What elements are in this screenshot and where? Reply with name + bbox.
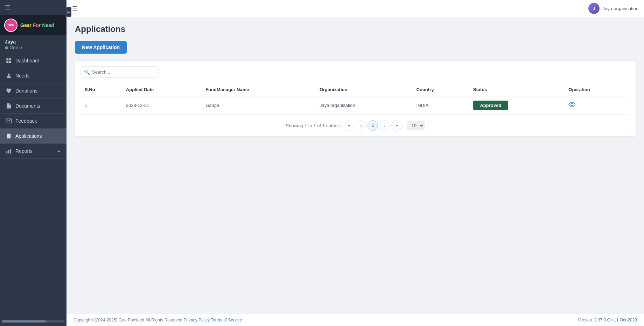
col-organization: Organization — [315, 83, 412, 96]
svg-rect-1 — [9, 58, 11, 60]
sidebar-item-label: Feedback — [15, 118, 37, 124]
sidebar-item-dashboard[interactable]: Dashboard — [0, 53, 66, 68]
footer: Copyright©(2024-2025) GearForNeed.All Ri… — [66, 314, 644, 326]
cell-applied-date: 2023-12-21 — [122, 96, 201, 115]
pagination-prev[interactable]: ‹ — [356, 120, 366, 131]
svg-rect-11 — [10, 149, 11, 154]
content-area: Applications New Application 🔍 S.No Appl… — [66, 17, 644, 314]
sidebar-item-documents[interactable]: Documents — [0, 99, 66, 114]
sidebar-item-reports[interactable]: Reports ► — [0, 144, 66, 159]
table-header: S.No Applied Date FundManager Name Organ… — [80, 83, 630, 96]
sidebar-item-label: Documents — [15, 103, 40, 109]
svg-rect-2 — [6, 61, 8, 63]
sidebar-header: GFN Gear For Need — [0, 15, 66, 35]
sidebar-item-label: Applications — [15, 133, 42, 139]
sidebar-scrollbar[interactable] — [2, 320, 65, 322]
mail-icon — [6, 118, 12, 124]
table-row: 1 2023-12-21 Ganga Jaya organization IND… — [80, 96, 630, 115]
file-icon — [6, 103, 12, 109]
sidebar-item-donations[interactable]: Donations — [0, 83, 66, 99]
col-fund-manager: FundManager Name — [201, 83, 315, 96]
per-page-select[interactable]: 10 25 50 — [407, 121, 425, 130]
bar-chart-icon — [6, 148, 12, 154]
pagination-info: Showing 1 to 1 of 1 entries — [286, 123, 340, 128]
svg-point-4 — [8, 74, 10, 76]
sidebar-item-label: Donations — [15, 88, 37, 94]
pagination-last[interactable]: » — [391, 120, 402, 131]
status-label: Online — [10, 45, 22, 50]
privacy-policy-link[interactable]: Privacy Policy — [183, 318, 210, 322]
pagination-row: Showing 1 to 1 of 1 entries « ‹ 1 › » 10… — [80, 120, 630, 131]
version-text: Version :2.37.0 On 11 Oct-2023 — [578, 318, 637, 322]
view-icon[interactable] — [568, 102, 575, 109]
status-badge: Approved — [473, 101, 508, 110]
col-sno: S.No — [80, 83, 122, 96]
main-content: ☰ J Jaya-organisation Applications New A… — [66, 0, 644, 326]
topbar-hamburger[interactable]: ☰ — [72, 5, 78, 12]
svg-rect-3 — [9, 61, 11, 63]
col-status: Status — [469, 83, 564, 96]
user-section: Jaya Online — [0, 35, 66, 53]
user-status: Online — [5, 45, 62, 50]
topbar-right: J Jaya-organisation — [588, 3, 638, 14]
svg-rect-0 — [6, 58, 8, 60]
user-name: Jaya — [5, 39, 62, 45]
sidebar-scrollbar-thumb — [2, 320, 46, 322]
table-card: 🔍 S.No Applied Date FundManager Name Org… — [75, 61, 636, 136]
cell-sno: 1 — [80, 96, 122, 115]
new-application-button[interactable]: New Application — [75, 41, 127, 54]
svg-rect-10 — [8, 150, 9, 154]
svg-rect-6 — [7, 134, 11, 138]
search-wrapper: 🔍 — [80, 66, 158, 78]
sidebar-item-applications[interactable]: Applications — [0, 129, 66, 144]
pagination-page-1[interactable]: 1 — [368, 120, 378, 131]
svg-rect-9 — [6, 151, 7, 154]
sidebar-item-label: Dashboard — [15, 58, 40, 63]
logo-icon: GFN — [4, 19, 18, 32]
avatar: J — [588, 3, 600, 14]
cell-organization: Jaya organization — [315, 96, 412, 115]
applications-table: S.No Applied Date FundManager Name Organ… — [80, 83, 630, 115]
expand-icon: ► — [57, 149, 61, 153]
sidebar-resize-handle[interactable]: ▶ — [66, 7, 71, 17]
svg-point-12 — [571, 103, 573, 106]
cell-country: INDIA — [412, 96, 469, 115]
sidebar-item-label: Reports — [15, 148, 33, 154]
cell-status: Approved — [469, 96, 564, 115]
pagination-next[interactable]: › — [379, 120, 390, 131]
col-country: Country — [412, 83, 469, 96]
cell-operation — [564, 96, 630, 115]
grid-icon — [6, 57, 12, 64]
topbar: ☰ J Jaya-organisation — [66, 0, 644, 17]
user-icon — [6, 73, 12, 79]
footer-copyright: Copyright©(2024-2025) GearForNeed.All Ri… — [74, 318, 242, 322]
logo-text: Gear For Need — [20, 22, 54, 28]
heart-icon — [6, 88, 12, 94]
page-title: Applications — [75, 24, 636, 34]
sidebar-item-feedback[interactable]: Feedback — [0, 114, 66, 129]
pagination-first[interactable]: « — [344, 120, 354, 131]
terms-link[interactable]: Terms of Service — [211, 318, 242, 322]
search-icon: 🔍 — [84, 69, 90, 75]
sidebar-hamburger[interactable]: ☰ — [0, 0, 66, 15]
sidebar: ☰ GFN Gear For Need Jaya Online Dashboar… — [0, 0, 66, 326]
clipboard-icon — [6, 133, 12, 139]
cell-fund-manager: Ganga — [201, 96, 315, 115]
col-applied-date: Applied Date — [122, 83, 201, 96]
topbar-left: ☰ — [72, 5, 78, 12]
user-org-label: Jaya-organisation — [602, 6, 638, 11]
status-dot — [5, 46, 8, 49]
sidebar-item-label: Needs — [15, 73, 29, 79]
col-operation: Operation — [564, 83, 630, 96]
sidebar-item-needs[interactable]: Needs — [0, 68, 66, 83]
search-input[interactable] — [80, 66, 158, 78]
table-body: 1 2023-12-21 Ganga Jaya organization IND… — [80, 96, 630, 115]
